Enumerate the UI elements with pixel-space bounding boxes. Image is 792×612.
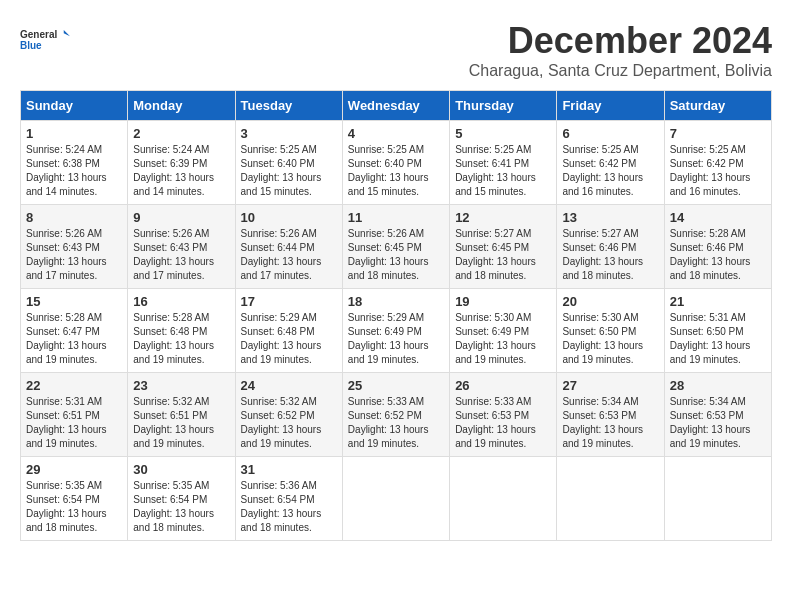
day-info: Sunrise: 5:28 AM Sunset: 6:46 PM Dayligh…	[670, 227, 766, 283]
calendar-cell: 17Sunrise: 5:29 AM Sunset: 6:48 PM Dayli…	[235, 289, 342, 373]
calendar-cell	[450, 457, 557, 541]
calendar-cell: 21Sunrise: 5:31 AM Sunset: 6:50 PM Dayli…	[664, 289, 771, 373]
day-number: 1	[26, 126, 122, 141]
day-info: Sunrise: 5:25 AM Sunset: 6:42 PM Dayligh…	[670, 143, 766, 199]
calendar-header-monday: Monday	[128, 91, 235, 121]
day-number: 27	[562, 378, 658, 393]
day-info: Sunrise: 5:30 AM Sunset: 6:50 PM Dayligh…	[562, 311, 658, 367]
day-number: 12	[455, 210, 551, 225]
day-info: Sunrise: 5:25 AM Sunset: 6:42 PM Dayligh…	[562, 143, 658, 199]
day-info: Sunrise: 5:26 AM Sunset: 6:45 PM Dayligh…	[348, 227, 444, 283]
day-info: Sunrise: 5:32 AM Sunset: 6:52 PM Dayligh…	[241, 395, 337, 451]
calendar-cell: 20Sunrise: 5:30 AM Sunset: 6:50 PM Dayli…	[557, 289, 664, 373]
calendar-week-row: 1Sunrise: 5:24 AM Sunset: 6:38 PM Daylig…	[21, 121, 772, 205]
location-subtitle: Charagua, Santa Cruz Department, Bolivia	[469, 62, 772, 80]
calendar-cell: 28Sunrise: 5:34 AM Sunset: 6:53 PM Dayli…	[664, 373, 771, 457]
day-number: 5	[455, 126, 551, 141]
day-info: Sunrise: 5:27 AM Sunset: 6:46 PM Dayligh…	[562, 227, 658, 283]
day-info: Sunrise: 5:26 AM Sunset: 6:43 PM Dayligh…	[26, 227, 122, 283]
day-number: 7	[670, 126, 766, 141]
day-info: Sunrise: 5:35 AM Sunset: 6:54 PM Dayligh…	[26, 479, 122, 535]
calendar-cell: 5Sunrise: 5:25 AM Sunset: 6:41 PM Daylig…	[450, 121, 557, 205]
day-number: 11	[348, 210, 444, 225]
calendar-cell: 27Sunrise: 5:34 AM Sunset: 6:53 PM Dayli…	[557, 373, 664, 457]
calendar-week-row: 29Sunrise: 5:35 AM Sunset: 6:54 PM Dayli…	[21, 457, 772, 541]
day-number: 3	[241, 126, 337, 141]
calendar-cell: 30Sunrise: 5:35 AM Sunset: 6:54 PM Dayli…	[128, 457, 235, 541]
day-number: 26	[455, 378, 551, 393]
logo-svg: General Blue	[20, 20, 70, 60]
calendar-cell: 18Sunrise: 5:29 AM Sunset: 6:49 PM Dayli…	[342, 289, 449, 373]
day-number: 29	[26, 462, 122, 477]
calendar-cell: 23Sunrise: 5:32 AM Sunset: 6:51 PM Dayli…	[128, 373, 235, 457]
calendar-week-row: 22Sunrise: 5:31 AM Sunset: 6:51 PM Dayli…	[21, 373, 772, 457]
day-number: 18	[348, 294, 444, 309]
day-info: Sunrise: 5:24 AM Sunset: 6:39 PM Dayligh…	[133, 143, 229, 199]
calendar-cell: 14Sunrise: 5:28 AM Sunset: 6:46 PM Dayli…	[664, 205, 771, 289]
day-number: 16	[133, 294, 229, 309]
day-number: 2	[133, 126, 229, 141]
day-info: Sunrise: 5:27 AM Sunset: 6:45 PM Dayligh…	[455, 227, 551, 283]
day-info: Sunrise: 5:29 AM Sunset: 6:49 PM Dayligh…	[348, 311, 444, 367]
day-number: 23	[133, 378, 229, 393]
calendar-cell	[557, 457, 664, 541]
calendar-cell: 8Sunrise: 5:26 AM Sunset: 6:43 PM Daylig…	[21, 205, 128, 289]
day-number: 21	[670, 294, 766, 309]
day-number: 9	[133, 210, 229, 225]
month-title: December 2024	[469, 20, 772, 62]
day-number: 15	[26, 294, 122, 309]
calendar-cell: 6Sunrise: 5:25 AM Sunset: 6:42 PM Daylig…	[557, 121, 664, 205]
calendar-cell: 13Sunrise: 5:27 AM Sunset: 6:46 PM Dayli…	[557, 205, 664, 289]
day-info: Sunrise: 5:25 AM Sunset: 6:40 PM Dayligh…	[348, 143, 444, 199]
day-info: Sunrise: 5:36 AM Sunset: 6:54 PM Dayligh…	[241, 479, 337, 535]
calendar-week-row: 8Sunrise: 5:26 AM Sunset: 6:43 PM Daylig…	[21, 205, 772, 289]
day-number: 19	[455, 294, 551, 309]
day-number: 4	[348, 126, 444, 141]
day-number: 25	[348, 378, 444, 393]
calendar-header-thursday: Thursday	[450, 91, 557, 121]
day-info: Sunrise: 5:28 AM Sunset: 6:47 PM Dayligh…	[26, 311, 122, 367]
day-info: Sunrise: 5:28 AM Sunset: 6:48 PM Dayligh…	[133, 311, 229, 367]
day-info: Sunrise: 5:30 AM Sunset: 6:49 PM Dayligh…	[455, 311, 551, 367]
calendar-cell: 25Sunrise: 5:33 AM Sunset: 6:52 PM Dayli…	[342, 373, 449, 457]
day-info: Sunrise: 5:32 AM Sunset: 6:51 PM Dayligh…	[133, 395, 229, 451]
day-info: Sunrise: 5:25 AM Sunset: 6:40 PM Dayligh…	[241, 143, 337, 199]
calendar-cell	[342, 457, 449, 541]
day-number: 17	[241, 294, 337, 309]
calendar-header-tuesday: Tuesday	[235, 91, 342, 121]
day-info: Sunrise: 5:31 AM Sunset: 6:51 PM Dayligh…	[26, 395, 122, 451]
calendar-cell: 3Sunrise: 5:25 AM Sunset: 6:40 PM Daylig…	[235, 121, 342, 205]
calendar-cell: 16Sunrise: 5:28 AM Sunset: 6:48 PM Dayli…	[128, 289, 235, 373]
page-header: General Blue December 2024 Charagua, San…	[20, 20, 772, 80]
calendar-cell: 7Sunrise: 5:25 AM Sunset: 6:42 PM Daylig…	[664, 121, 771, 205]
day-number: 10	[241, 210, 337, 225]
day-number: 22	[26, 378, 122, 393]
title-block: December 2024 Charagua, Santa Cruz Depar…	[469, 20, 772, 80]
logo: General Blue	[20, 20, 70, 60]
day-info: Sunrise: 5:34 AM Sunset: 6:53 PM Dayligh…	[670, 395, 766, 451]
svg-marker-2	[64, 30, 70, 36]
day-number: 13	[562, 210, 658, 225]
day-number: 20	[562, 294, 658, 309]
calendar-cell: 26Sunrise: 5:33 AM Sunset: 6:53 PM Dayli…	[450, 373, 557, 457]
calendar-cell: 2Sunrise: 5:24 AM Sunset: 6:39 PM Daylig…	[128, 121, 235, 205]
calendar-cell: 4Sunrise: 5:25 AM Sunset: 6:40 PM Daylig…	[342, 121, 449, 205]
day-info: Sunrise: 5:33 AM Sunset: 6:52 PM Dayligh…	[348, 395, 444, 451]
day-number: 6	[562, 126, 658, 141]
calendar-cell: 1Sunrise: 5:24 AM Sunset: 6:38 PM Daylig…	[21, 121, 128, 205]
day-info: Sunrise: 5:34 AM Sunset: 6:53 PM Dayligh…	[562, 395, 658, 451]
calendar-cell	[664, 457, 771, 541]
day-info: Sunrise: 5:33 AM Sunset: 6:53 PM Dayligh…	[455, 395, 551, 451]
day-number: 24	[241, 378, 337, 393]
day-info: Sunrise: 5:29 AM Sunset: 6:48 PM Dayligh…	[241, 311, 337, 367]
day-number: 14	[670, 210, 766, 225]
day-info: Sunrise: 5:26 AM Sunset: 6:43 PM Dayligh…	[133, 227, 229, 283]
calendar-cell: 15Sunrise: 5:28 AM Sunset: 6:47 PM Dayli…	[21, 289, 128, 373]
svg-text:Blue: Blue	[20, 40, 42, 51]
day-info: Sunrise: 5:26 AM Sunset: 6:44 PM Dayligh…	[241, 227, 337, 283]
calendar-header-friday: Friday	[557, 91, 664, 121]
day-number: 8	[26, 210, 122, 225]
calendar-cell: 11Sunrise: 5:26 AM Sunset: 6:45 PM Dayli…	[342, 205, 449, 289]
calendar-header-saturday: Saturday	[664, 91, 771, 121]
calendar-cell: 22Sunrise: 5:31 AM Sunset: 6:51 PM Dayli…	[21, 373, 128, 457]
